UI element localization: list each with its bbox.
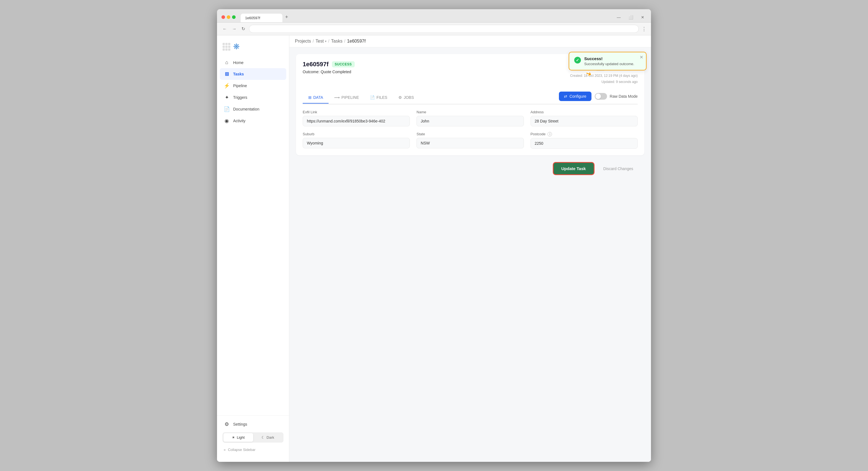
app-logo-icon: ❋ — [233, 42, 240, 51]
refresh-button[interactable]: ↻ — [240, 25, 246, 33]
toast-close-button[interactable]: ✕ — [640, 55, 643, 60]
breadcrumb-tasks[interactable]: Tasks — [331, 39, 342, 44]
minimize-btn[interactable]: — — [615, 14, 623, 21]
sidebar-bottom: ⚙ Settings ☀ Light ☾ Dark « Collapse Sid… — [217, 415, 289, 458]
maximize-window-button[interactable] — [232, 15, 236, 19]
raw-data-label: Raw Data Mode — [610, 94, 638, 98]
tab-data[interactable]: ⊞ DATA — [303, 92, 329, 104]
status-badge: SUCCESS — [332, 61, 355, 67]
toast-content: Success! Successfully updated outcome. — [584, 56, 634, 66]
postcode-input[interactable] — [530, 138, 638, 149]
sidebar-label-triggers: Triggers — [233, 95, 247, 100]
task-outcome: Outcome: Quote Completed — [303, 69, 355, 74]
address-input[interactable] — [530, 116, 638, 126]
breadcrumb-sep2: / — [328, 39, 330, 44]
tabs-row: ⊞ DATA ⟿ PIPELINE 📄 FILES — [303, 92, 638, 105]
breadcrumb-projects[interactable]: Projects — [295, 39, 311, 44]
tab-pipeline-label: PIPELINE — [341, 95, 359, 100]
field-group-name: Name — [416, 110, 524, 126]
suburb-input[interactable] — [303, 138, 410, 148]
update-task-button[interactable]: Update Task — [553, 162, 594, 175]
tab-jobs-label: JOBS — [404, 95, 414, 100]
collapse-icon: « — [224, 448, 226, 452]
sidebar-item-documentation[interactable]: 📄 Documentation — [220, 103, 286, 115]
browser-tab[interactable]: 1e60597f — [241, 13, 282, 22]
bottom-actions: ➜ Update Task Discard Changes — [296, 155, 644, 180]
configure-label: Configure — [569, 94, 586, 98]
field-group-suburb: Suburb — [303, 132, 410, 149]
jobs-tab-icon: ⚙ — [398, 95, 402, 100]
task-id: 1e60597f — [303, 61, 329, 68]
moon-icon: ☾ — [261, 435, 265, 440]
dark-theme-button[interactable]: ☾ Dark — [253, 433, 283, 442]
documentation-icon: 📄 — [224, 106, 230, 112]
tasks-icon: ⊞ — [224, 71, 230, 77]
breadcrumb: Projects / Test ▾ / Tasks / 1e60597f — [289, 35, 651, 47]
raw-data-toggle[interactable] — [595, 93, 607, 100]
exfil-link-label: Exfil Link — [303, 110, 410, 114]
success-check-icon: ✓ — [574, 57, 581, 63]
breadcrumb-test[interactable]: Test ▾ — [315, 39, 326, 44]
outcome-label: Outcome: — [303, 69, 320, 74]
sidebar-item-triggers[interactable]: ✦ Triggers — [220, 92, 286, 103]
light-theme-button[interactable]: ☀ Light — [223, 433, 253, 442]
address-bar[interactable] — [249, 25, 639, 33]
breadcrumb-current: 1e60597f — [347, 39, 366, 44]
postcode-info-icon: i — [548, 132, 552, 137]
collapse-label: Collapse Sidebar — [228, 448, 255, 452]
chevron-down-icon: ▾ — [325, 39, 327, 43]
forward-button[interactable]: → — [231, 25, 238, 33]
activity-icon: ◉ — [224, 118, 230, 124]
sidebar-label-pipeline: Pipeline — [233, 84, 247, 88]
sidebar-item-tasks[interactable]: ⊞ Tasks — [220, 68, 286, 80]
new-tab-button[interactable]: + — [282, 12, 291, 22]
triggers-icon: ✦ — [224, 94, 230, 100]
collapse-sidebar-button[interactable]: « Collapse Sidebar — [220, 445, 286, 454]
created-date: Created: 18 Oct 2023, 12:19 PM (4 days a… — [570, 73, 638, 79]
light-label: Light — [237, 435, 245, 440]
name-label: Name — [416, 110, 524, 114]
sidebar-item-activity[interactable]: ◉ Activity — [220, 115, 286, 127]
tabs: ⊞ DATA ⟿ PIPELINE 📄 FILES — [303, 92, 420, 103]
address-label: Address — [530, 110, 638, 114]
tab-label: 1e60597f — [245, 16, 260, 20]
state-input[interactable] — [416, 138, 524, 148]
tab-jobs[interactable]: ⚙ JOBS — [393, 92, 420, 104]
close-window-button[interactable] — [221, 15, 225, 19]
files-tab-icon: 📄 — [370, 95, 375, 100]
name-input[interactable] — [416, 116, 524, 126]
dark-label: Dark — [267, 435, 274, 440]
minimize-window-button[interactable] — [227, 15, 230, 19]
restore-btn[interactable]: ⬜ — [626, 14, 636, 21]
postcode-label: Postcode i — [530, 132, 638, 137]
back-button[interactable]: ← — [221, 25, 228, 33]
tab-pipeline[interactable]: ⟿ PIPELINE — [329, 92, 365, 104]
raw-data-toggle-container: Raw Data Mode — [595, 93, 638, 100]
suburb-label: Suburb — [303, 132, 410, 136]
outcome-value: Quote Completed — [321, 69, 351, 74]
close-btn[interactable]: ✕ — [639, 14, 647, 21]
configure-button[interactable]: ⇄ Configure — [559, 92, 591, 101]
state-label: State — [416, 132, 524, 136]
sidebar-item-home[interactable]: ⌂ Home — [220, 57, 286, 68]
tab-files-label: FILES — [376, 95, 387, 100]
task-id-row: 1e60597f SUCCESS — [303, 61, 355, 68]
pipeline-tab-icon: ⟿ — [334, 95, 340, 100]
field-group-exfil-link: Exfil Link — [303, 110, 410, 126]
exfil-link-input[interactable] — [303, 116, 410, 126]
tab-files[interactable]: 📄 FILES — [365, 92, 393, 104]
data-tab-icon: ⊞ — [308, 95, 312, 100]
discard-changes-button[interactable]: Discard Changes — [599, 163, 638, 174]
success-toast: ✓ Success! Successfully updated outcome.… — [569, 52, 647, 70]
pipeline-icon: ⚡ — [224, 83, 230, 89]
sidebar: ❋ ⌂ Home ⊞ Tasks ⚡ Pipeline ✦ Triggers — [217, 35, 289, 462]
browser-more-button[interactable]: ⋮ — [642, 26, 647, 32]
sidebar-item-pipeline[interactable]: ⚡ Pipeline — [220, 80, 286, 92]
tabs-right: ⇄ Configure Raw Data Mode — [559, 92, 638, 104]
updated-date: Updated: 9 seconds ago — [570, 79, 638, 85]
sidebar-item-settings[interactable]: ⚙ Settings — [220, 418, 286, 430]
theme-toggle: ☀ Light ☾ Dark — [223, 432, 283, 443]
configure-icon: ⇄ — [564, 94, 567, 98]
home-icon: ⌂ — [224, 60, 230, 65]
settings-icon: ⚙ — [224, 421, 230, 427]
